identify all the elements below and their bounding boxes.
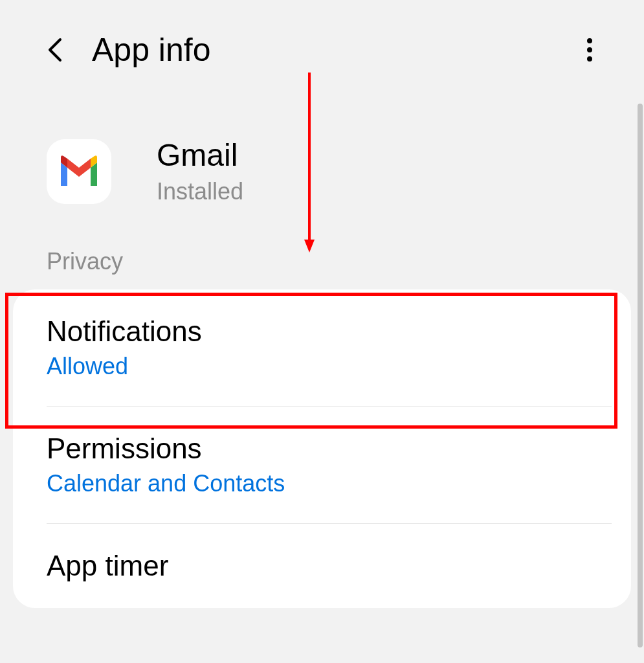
back-icon[interactable] [44,38,67,62]
gmail-icon [47,139,111,204]
app-timer-item[interactable]: App timer [13,524,631,608]
privacy-card: Notifications Allowed Permissions Calend… [13,289,631,608]
app-status: Installed [157,178,243,205]
app-timer-title: App timer [47,550,612,582]
svg-point-0 [587,38,592,43]
privacy-section-label: Privacy [0,231,644,286]
permissions-title: Permissions [47,433,612,465]
app-name: Gmail [157,137,243,173]
svg-point-1 [587,47,592,52]
notifications-item[interactable]: Notifications Allowed [13,289,631,406]
more-options-icon[interactable] [577,37,603,63]
header-bar: App info [0,0,644,88]
scrollbar[interactable] [638,104,643,647]
notifications-subtitle: Allowed [47,353,612,380]
page-title: App info [92,31,210,69]
app-summary: Gmail Installed [0,88,644,231]
permissions-subtitle: Calendar and Contacts [47,470,612,497]
notifications-title: Notifications [47,315,612,348]
app-text-block: Gmail Installed [157,137,243,205]
svg-point-2 [587,56,592,62]
permissions-item[interactable]: Permissions Calendar and Contacts [13,407,631,523]
